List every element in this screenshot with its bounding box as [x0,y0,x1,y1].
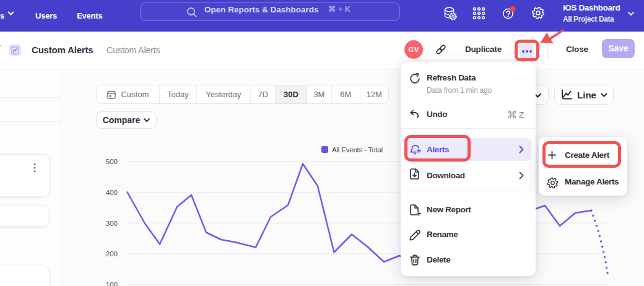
svg-text:400: 400 [106,189,118,196]
svg-text:200: 200 [106,250,118,258]
svg-text:100: 100 [106,281,118,286]
svg-text:500: 500 [106,158,118,165]
svg-text:All Events - Total: All Events - Total [332,146,383,154]
svg-text:300: 300 [106,220,118,227]
